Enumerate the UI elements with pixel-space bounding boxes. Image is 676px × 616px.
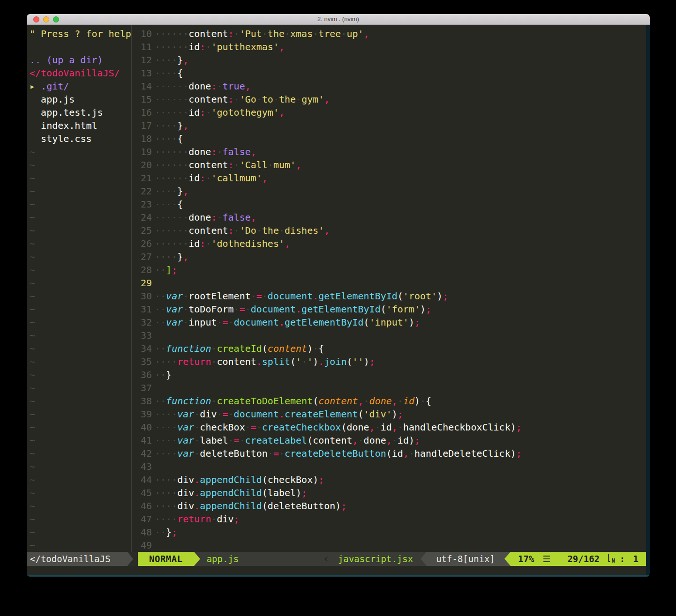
code-text[interactable]: ······id:·'callmum', — [155, 171, 646, 185]
code-line-43[interactable]: 43 — [132, 460, 646, 473]
code-text[interactable]: ··}; — [155, 526, 646, 539]
code-text[interactable]: ····return·content.split('·').join(''); — [155, 355, 646, 368]
code-line-14[interactable]: 14······done:·true, — [132, 80, 646, 93]
code-line-33[interactable]: 33 — [132, 329, 646, 342]
code-text[interactable]: ······done:·false, — [155, 145, 646, 158]
code-text[interactable]: ······id:·'putthexmas', — [155, 40, 646, 53]
code-line-47[interactable]: 47····return·div; — [132, 512, 646, 526]
code-text[interactable]: ····}, — [155, 119, 646, 132]
code-text[interactable]: ··function·createId(content)·{ — [155, 342, 646, 355]
code-line-36[interactable]: 36··} — [132, 368, 646, 381]
code-line-44[interactable]: 44····div.appendChild(checkBox); — [132, 473, 646, 486]
code-line-17[interactable]: 17····}, — [132, 119, 646, 132]
code-line-42[interactable]: 42····var·deleteButton·=·createDeleteBut… — [132, 447, 646, 460]
code-text[interactable]: ····var·div·=·document.createElement('di… — [155, 408, 646, 421]
code-line-15[interactable]: 15······content:·'Go·to·the·gym', — [132, 93, 646, 106]
code-text[interactable]: ······content:·'Do·the·dishes', — [155, 224, 646, 237]
code-line-25[interactable]: 25······content:·'Do·the·dishes', — [132, 224, 646, 237]
titlebar[interactable]: 2. nvim . (nvim) — [27, 14, 650, 25]
code-line-10[interactable]: 10······content:·'Put·the·xmas·tree·up', — [132, 27, 646, 40]
code-text[interactable]: ····var·checkBox·=·createCheckbox(done,·… — [155, 421, 646, 434]
code-text[interactable]: ··var·rootElement·=·document.getElementB… — [155, 289, 646, 303]
code-line-40[interactable]: 40····var·checkBox·=·createCheckbox(done… — [132, 421, 646, 434]
code-line-49[interactable]: 49 — [132, 539, 646, 552]
code-line-35[interactable]: 35····return·content.split('·').join('')… — [132, 355, 646, 368]
code-line-45[interactable]: 45····div.appendChild(label); — [132, 486, 646, 499]
code-text[interactable]: ······done:·false, — [155, 211, 646, 224]
code-text[interactable] — [155, 539, 646, 552]
code-line-19[interactable]: 19······done:·false, — [132, 145, 646, 158]
code-text[interactable]: ····{ — [155, 132, 646, 145]
tree-item-git[interactable]: ▸ .git/ — [30, 80, 131, 93]
code-text[interactable]: ··function·createToDoElement(content,·do… — [155, 394, 646, 408]
code-line-18[interactable]: 18····{ — [132, 132, 646, 145]
tree-item-todoVanillaJS[interactable]: </todoVanillaJS/ — [30, 67, 131, 80]
tree-item-label[interactable]: app.test.js — [41, 107, 103, 118]
code-line-30[interactable]: 30··var·rootElement·=·document.getElemen… — [132, 289, 646, 303]
tree-item-index-html[interactable]: index.html — [30, 119, 131, 132]
code-line-29[interactable]: 29 — [132, 276, 646, 289]
code-line-34[interactable]: 34··function·createId(content)·{ — [132, 342, 646, 355]
minimize-button[interactable] — [43, 16, 49, 22]
code-line-38[interactable]: 38··function·createToDoElement(content,·… — [132, 394, 646, 408]
code-line-48[interactable]: 48··}; — [132, 526, 646, 539]
code-text[interactable]: ······id:·'gotothegym', — [155, 106, 646, 119]
code-line-12[interactable]: 12····}, — [132, 53, 646, 67]
code-text[interactable]: ··var·toDoForm·=·document.getElementById… — [155, 303, 646, 316]
code-text[interactable]: ····var·deleteButton·=·createDeleteButto… — [155, 447, 646, 460]
code-text[interactable] — [155, 276, 646, 289]
code-text[interactable]: ····}, — [155, 185, 646, 198]
editor-buffer[interactable]: 10······content:·'Put·the·xmas·tree·up',… — [132, 25, 646, 552]
code-text[interactable]: ····div.appendChild(label); — [155, 486, 646, 499]
tree-item-up-a-dir[interactable]: .. (up a dir) — [30, 53, 131, 67]
tree-item-app-test-js[interactable]: app.test.js — [30, 106, 131, 119]
code-text[interactable]: ····var·label·=·createLabel(content,·don… — [155, 434, 646, 447]
zoom-button[interactable] — [53, 16, 59, 22]
code-line-26[interactable]: 26······id:·'dothedishes', — [132, 237, 646, 250]
code-line-32[interactable]: 32··var·input·=·document.getElementById(… — [132, 316, 646, 329]
code-text[interactable]: ····}, — [155, 250, 646, 263]
tree-item-label[interactable]: style.css — [41, 133, 91, 144]
code-text[interactable]: ····return·div; — [155, 512, 646, 526]
tree-item-label[interactable]: index.html — [41, 120, 97, 131]
tree-item-label[interactable]: app.js — [41, 94, 75, 105]
code-text[interactable]: ······content:·'Go·to·the·gym', — [155, 93, 646, 106]
code-line-46[interactable]: 46····div.appendChild(deleteButton); — [132, 499, 646, 512]
code-line-24[interactable]: 24······done:·false, — [132, 211, 646, 224]
code-text[interactable]: ····}, — [155, 53, 646, 67]
code-line-20[interactable]: 20······content:·'Call·mum', — [132, 158, 646, 171]
code-text[interactable] — [155, 381, 646, 394]
command-line[interactable] — [27, 566, 646, 575]
tree-item-app-js[interactable]: app.js — [30, 93, 131, 106]
code-line-13[interactable]: 13····{ — [132, 67, 646, 80]
code-line-28[interactable]: 28··]; — [132, 263, 646, 276]
code-line-21[interactable]: 21······id:·'callmum', — [132, 171, 646, 185]
tree-item-label[interactable]: .. (up a dir) — [30, 54, 103, 66]
code-text[interactable]: ····div.appendChild(deleteButton); — [155, 499, 646, 512]
code-text[interactable]: ······content:·'Call·mum', — [155, 158, 646, 171]
code-text[interactable]: ······done:·true, — [155, 80, 646, 93]
tree-item-label[interactable]: .git/ — [41, 81, 69, 92]
code-text[interactable] — [155, 460, 646, 473]
close-button[interactable] — [33, 16, 39, 22]
code-line-23[interactable]: 23····{ — [132, 198, 646, 211]
collapsed-dir-arrow-icon[interactable]: ▸ — [30, 81, 41, 92]
tree-item-label[interactable]: </todoVanillaJS/ — [30, 67, 120, 79]
code-line-11[interactable]: 11······id:·'putthexmas', — [132, 40, 646, 53]
nerdtree-panel[interactable]: " Press ? for help.. (up a dir)</todoVan… — [27, 25, 131, 552]
code-line-39[interactable]: 39····var·div·=·document.createElement('… — [132, 408, 646, 421]
code-text[interactable]: ··var·input·=·document.getElementById('i… — [155, 316, 646, 329]
code-line-31[interactable]: 31··var·toDoForm·=·document.getElementBy… — [132, 303, 646, 316]
code-text[interactable] — [155, 329, 646, 342]
code-text[interactable]: ····{ — [155, 67, 646, 80]
code-line-16[interactable]: 16······id:·'gotothegym', — [132, 106, 646, 119]
code-text[interactable]: ····div.appendChild(checkBox); — [155, 473, 646, 486]
code-text[interactable]: ······id:·'dothedishes', — [155, 237, 646, 250]
code-line-41[interactable]: 41····var·label·=·createLabel(content,·d… — [132, 434, 646, 447]
code-line-22[interactable]: 22····}, — [132, 185, 646, 198]
code-line-27[interactable]: 27····}, — [132, 250, 646, 263]
code-text[interactable]: ····{ — [155, 198, 646, 211]
tree-item-style-css[interactable]: style.css — [30, 132, 131, 145]
code-text[interactable]: ······content:·'Put·the·xmas·tree·up', — [155, 27, 646, 40]
code-line-37[interactable]: 37 — [132, 381, 646, 394]
